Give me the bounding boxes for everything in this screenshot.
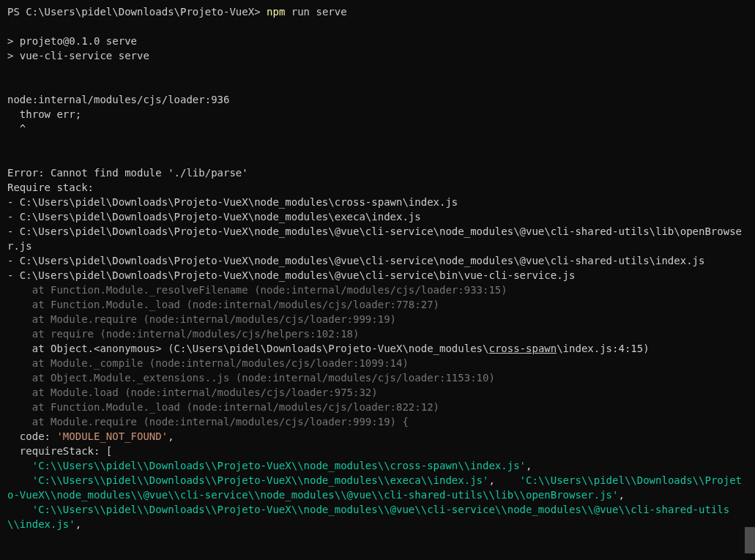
require-stack-item: - C:\Users\pidel\Downloads\Projeto-VueX\… xyxy=(7,269,575,281)
stack-trace-line: at Module.require (node:internal/modules… xyxy=(7,313,396,325)
prompt-path: C:\Users\pidel\Downloads\Projeto-VueX> xyxy=(26,6,260,18)
stack-trace-line: at require (node:internal/modules/cjs/he… xyxy=(7,328,359,340)
prompt-ps: PS xyxy=(7,6,26,18)
comma: , xyxy=(526,460,532,471)
comma: , xyxy=(75,518,81,530)
require-stack-path: 'C:\\Users\\pidel\\Downloads\\Projeto-Vu… xyxy=(32,474,489,486)
error-code-value: 'MODULE_NOT_FOUND' xyxy=(56,430,168,442)
stack-trace-line: at Module.load (node:internal/modules/cj… xyxy=(7,387,378,398)
comma: , xyxy=(618,489,624,501)
require-stack-path: 'C:\\Users\\pidel\\Downloads\\Projeto-Vu… xyxy=(7,504,729,530)
loader-line-3: ^ xyxy=(7,123,26,135)
stack-trace-line: at Object.Module._extensions..js (node:i… xyxy=(7,372,495,384)
comma-space: , xyxy=(488,474,519,486)
indent xyxy=(7,474,32,486)
script-line-1: > projeto@0.1.0 serve xyxy=(7,35,137,47)
stack-trace-line: at Function.Module._load (node:internal/… xyxy=(7,401,439,413)
indent xyxy=(7,504,32,515)
comma: , xyxy=(168,430,174,442)
stack-trace-line: at Function.Module._load (node:internal/… xyxy=(7,299,439,310)
stack-trace-line: at Module._compile (node:internal/module… xyxy=(7,357,409,369)
require-stack-label: Require stack: xyxy=(7,182,94,193)
command-args: run serve xyxy=(285,6,346,18)
stack-trace-line-highlight: at Object.<anonymous> (C:\Users\pidel\Do… xyxy=(7,343,650,354)
command-name: npm xyxy=(261,6,286,18)
require-stack-item: - C:\Users\pidel\Downloads\Projeto-VueX\… xyxy=(7,225,742,252)
require-stack-item: - C:\Users\pidel\Downloads\Projeto-VueX\… xyxy=(7,196,458,208)
require-stack-array-open: requireStack: [ xyxy=(7,445,112,457)
stack-trace-line: at Function.Module._resolveFilename (nod… xyxy=(7,284,507,296)
script-line-2: > vue-cli-service serve xyxy=(7,50,149,61)
error-code-key: code: xyxy=(7,430,56,442)
scrollbar-track[interactable] xyxy=(745,0,755,560)
error-title: Error: Cannot find module './lib/parse' xyxy=(7,167,248,179)
stack-trace-line: at Module.require (node:internal/modules… xyxy=(7,416,409,428)
terminal-output[interactable]: PS C:\Users\pidel\Downloads\Projeto-VueX… xyxy=(7,4,748,531)
link-cross-spawn[interactable]: cross-spawn xyxy=(488,343,557,354)
require-stack-item: - C:\Users\pidel\Downloads\Projeto-VueX\… xyxy=(7,211,421,223)
require-stack-item: - C:\Users\pidel\Downloads\Projeto-VueX\… xyxy=(7,255,704,266)
require-stack-path: 'C:\\Users\\pidel\\Downloads\\Projeto-Vu… xyxy=(32,460,526,471)
indent xyxy=(7,460,32,471)
loader-line-1: node:internal/modules/cjs/loader:936 xyxy=(7,94,229,105)
loader-line-2: throw err; xyxy=(7,108,81,120)
scrollbar-thumb[interactable] xyxy=(745,527,755,553)
